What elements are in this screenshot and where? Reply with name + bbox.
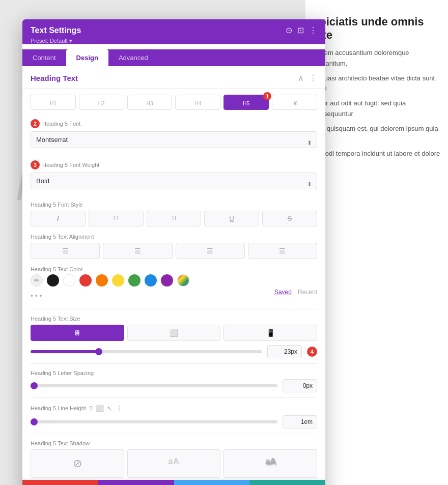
weight-select[interactable]: Bold Normal Light [31, 173, 317, 189]
device-desktop[interactable]: 🖥 [31, 325, 124, 341]
swatch-custom[interactable] [177, 274, 189, 287]
save-button[interactable]: ✓ [249, 480, 325, 485]
align-buttons: ☰ ☰ ☰ ☰ [31, 243, 317, 259]
shadow-label: Heading 5 Text Shadow [31, 440, 317, 446]
line-height-help-icon[interactable]: ? [89, 405, 93, 412]
font-select-wrapper: Montserrat Open Sans Roboto ⬍ [31, 131, 317, 154]
letter-spacing-input[interactable] [283, 379, 317, 392]
align-justify[interactable]: ☰ [248, 243, 317, 259]
color-swatches: ✏ [31, 274, 317, 287]
color-label: Heading 5 Text Color [31, 266, 317, 272]
h5-badge: 1 [263, 92, 271, 100]
bg-para3: natur aut odit aut fugit, sed quia conse… [313, 98, 440, 120]
modal-title: Text Settings [31, 26, 81, 35]
swatch-black[interactable] [47, 274, 59, 287]
heading-tab-h4[interactable]: H4 [175, 95, 220, 110]
line-height-input[interactable] [283, 415, 317, 429]
line-height-slider-row [31, 415, 317, 429]
modal-header: Text Settings ⊙ ⊡ ⋮ Preset: Default ▾ [22, 19, 325, 44]
style-buttons: I TT Tt U S [31, 211, 317, 226]
shadow-options: ⊘ aA aA [31, 449, 317, 478]
swatch-red[interactable] [79, 274, 92, 287]
weight-select-wrapper: Bold Normal Light ⬍ [31, 173, 317, 195]
size-badge: 4 [307, 347, 317, 357]
modal-preset: Preset: Default ▾ [31, 37, 317, 44]
line-height-label-row: Heading 5 Line Height ? ⬜ ↖ ⋮ [31, 404, 317, 412]
style-uppercase[interactable]: TT [89, 211, 144, 226]
swatch-blue[interactable] [145, 274, 157, 287]
style-italic[interactable]: I [31, 211, 86, 226]
layout-icon[interactable]: ⊡ [297, 25, 304, 35]
font-select[interactable]: Montserrat Open Sans Roboto [31, 131, 317, 148]
modal-header-top: Text Settings ⊙ ⊡ ⋮ [31, 25, 317, 35]
shadow-style1[interactable]: aA [127, 449, 221, 478]
heading-tab-h3[interactable]: H3 [127, 95, 173, 110]
align-left[interactable]: ☰ [31, 243, 100, 259]
section-more-icon[interactable]: ⋮ [309, 73, 317, 83]
line-height-more[interactable]: ⋮ [116, 404, 123, 412]
color-more-dots[interactable]: • • • [31, 292, 42, 300]
swatch-white[interactable] [63, 274, 75, 287]
letter-spacing-slider-row [31, 379, 317, 392]
line-height-slider[interactable] [31, 420, 277, 423]
style-underline[interactable]: U [204, 211, 259, 226]
text-settings-modal: Text Settings ⊙ ⊡ ⋮ Preset: Default ▾ Co… [22, 19, 325, 485]
section-header: Heading Text ∧ ⋮ [22, 66, 325, 89]
tab-advanced[interactable]: Advanced [108, 49, 158, 66]
eyedropper-btn[interactable]: ✏ [31, 274, 43, 287]
tab-content[interactable]: Content [22, 49, 66, 66]
target-icon[interactable]: ⊙ [286, 25, 292, 35]
style-label: Heading 5 Font Style [31, 202, 317, 208]
line-height-cursor-icon[interactable]: ↖ [107, 405, 113, 412]
line-height-label: Heading 5 Line Height [31, 405, 86, 411]
shadow-none[interactable]: ⊘ [31, 449, 124, 478]
heading-tab-h1[interactable]: H1 [31, 95, 76, 110]
letter-spacing-label: Heading 5 Letter Spacing [31, 370, 317, 376]
style-strikethrough[interactable]: S [262, 211, 317, 226]
modal-body: Heading Text ∧ ⋮ H1 H2 H3 H4 H5 1 H6 2 H… [22, 66, 325, 480]
align-right[interactable]: ☰ [176, 243, 245, 259]
device-tablet[interactable]: ⬜ [127, 325, 221, 341]
heading-tabs: H1 H2 H3 H4 H5 1 H6 [22, 89, 325, 112]
collapse-icon[interactable]: ∧ [298, 73, 304, 83]
more-icon[interactable]: ⋮ [309, 25, 317, 35]
line-height-device-icon[interactable]: ⬜ [96, 405, 104, 412]
size-slider-row: 4 [31, 345, 317, 358]
reset-button[interactable]: ↺ [98, 480, 174, 485]
letter-spacing-slider[interactable] [31, 384, 277, 387]
bg-heading: spiciatis unde omnis iste [313, 15, 440, 42]
style-capitalize[interactable]: Tt [147, 211, 202, 226]
heading-tab-h2[interactable]: H2 [79, 95, 124, 110]
background-panel: spiciatis unde omnis iste ptatem accusan… [305, 0, 448, 485]
section-title: Heading Text [31, 74, 78, 82]
heading-tab-h6[interactable]: H6 [272, 95, 317, 110]
size-label: Heading 5 Text Size [31, 316, 317, 322]
modal-tabs: Content Design Advanced [22, 49, 325, 66]
cancel-button[interactable]: ✕ [22, 480, 98, 485]
shadow-style2[interactable]: aA [223, 449, 317, 478]
font-label: 2 Heading 5 Font [31, 119, 317, 128]
align-center[interactable]: ☰ [103, 243, 172, 259]
bg-para1: ptatem accusantium doloremque laudantium… [313, 48, 440, 69]
settings-area: 2 Heading 5 Font Montserrat Open Sans Ro… [22, 112, 325, 478]
device-tabs: 🖥 ⬜ 📱 [31, 325, 317, 341]
size-value-input[interactable] [267, 345, 302, 358]
modal-footer: ✕ ↺ ↻ ✓ [22, 480, 325, 485]
color-tabs: Saved Recent [274, 289, 317, 296]
heading-tab-h5[interactable]: H5 1 [223, 95, 269, 110]
size-slider[interactable] [31, 350, 262, 353]
bg-para4: orro quisquam est, qui dolorem ipsum qui… [313, 124, 440, 145]
swatch-orange[interactable] [96, 274, 108, 287]
modal-header-icons: ⊙ ⊡ ⋮ [286, 25, 317, 35]
weight-label: 3 Heading 5 Font Weight [31, 160, 317, 169]
color-tab-recent[interactable]: Recent [298, 289, 317, 296]
swatch-yellow[interactable] [112, 274, 124, 287]
color-tab-saved[interactable]: Saved [274, 289, 292, 296]
redo-button[interactable]: ↻ [174, 480, 250, 485]
swatch-green[interactable] [128, 274, 141, 287]
tab-design[interactable]: Design [66, 49, 108, 66]
section-icons: ∧ ⋮ [298, 73, 317, 83]
swatch-purple[interactable] [161, 274, 173, 287]
bg-para2: et quasi architecto beatae vitae dicta s… [313, 73, 440, 95]
device-mobile[interactable]: 📱 [223, 325, 317, 341]
